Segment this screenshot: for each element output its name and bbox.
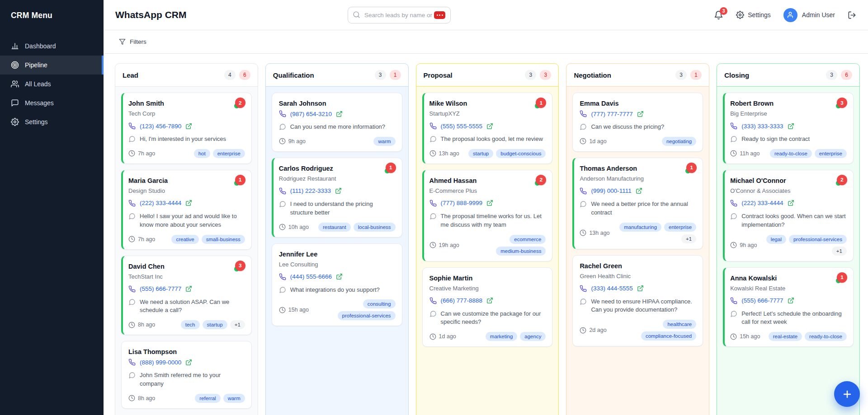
settings-button[interactable]: Settings: [736, 11, 771, 19]
column-unread-badge: 6: [841, 70, 852, 80]
lead-card[interactable]: Rachel Green Green Health Clinic (333) 4…: [572, 255, 703, 347]
lead-card[interactable]: 2 John Smith Tech Corp (123) 456-7890 Hi…: [121, 93, 252, 164]
tag: warm: [223, 394, 245, 403]
lead-card[interactable]: 2 Michael O'Connor O'Connor & Associates…: [723, 170, 854, 261]
lead-card[interactable]: 3 David Chen TechStart Inc (555) 666-777…: [121, 256, 252, 336]
sidebar-item-all-leads[interactable]: All Leads: [0, 75, 104, 93]
external-link-icon[interactable]: [335, 187, 342, 194]
phone-link[interactable]: (999) 000-1111: [591, 187, 631, 194]
tag: ready-to-close: [805, 332, 847, 341]
unread-count-badge: 3: [837, 98, 847, 108]
column-cards: 1 Mike Wilson StartupXYZ (555) 555-5555 …: [416, 87, 559, 353]
column-unread-badge: 1: [390, 70, 401, 80]
external-link-icon[interactable]: [486, 297, 493, 304]
phone-icon: [279, 187, 286, 195]
phone-link[interactable]: (333) 444-5555: [591, 285, 632, 292]
time-ago: 7h ago: [138, 236, 155, 242]
external-link-icon[interactable]: [636, 187, 642, 194]
lead-card[interactable]: 2 Ahmed Hassan E-Commerce Plus (777) 888…: [422, 170, 553, 261]
lead-card[interactable]: Lisa Thompson (888) 999-0000 John Smith …: [121, 341, 252, 409]
external-link-icon[interactable]: [788, 123, 794, 130]
column-title: Proposal: [424, 71, 453, 79]
sidebar-item-dashboard[interactable]: Dashboard: [0, 37, 104, 56]
lead-card[interactable]: Sarah Johnson (987) 654-3210 Can you sen…: [272, 93, 402, 152]
phone-link[interactable]: (222) 333-4444: [140, 200, 181, 206]
external-link-icon[interactable]: [185, 200, 192, 206]
external-link-icon[interactable]: [185, 285, 192, 292]
column-title: Qualification: [273, 71, 314, 79]
column-header: Closing 3 6: [717, 64, 859, 87]
tags: ready-to-closeenterprise: [770, 149, 847, 158]
last-message: Ready to sign the contract: [741, 135, 810, 144]
lead-card[interactable]: 1 Anna Kowalski Kowalski Real Estate (55…: [723, 267, 854, 347]
phone-link[interactable]: (555) 666-7777: [140, 285, 181, 292]
add-lead-fab[interactable]: [834, 381, 860, 407]
tag: agency: [520, 332, 546, 341]
phone-link[interactable]: (666) 777-8888: [441, 297, 482, 304]
lead-card[interactable]: 1 Mike Wilson StartupXYZ (555) 555-5555 …: [422, 93, 553, 164]
last-message: We need to ensure HIPAA compliance. Can …: [591, 298, 696, 315]
lead-card[interactable]: 3 Robert Brown Big Enterprise (333) 333-…: [723, 93, 854, 164]
lead-card[interactable]: 1 Thomas Anderson Anderson Manufacturing…: [572, 158, 703, 249]
filters-button[interactable]: Filters: [115, 36, 150, 48]
tag: consulting: [363, 299, 396, 308]
last-message: John Smith referred me to your company: [140, 371, 245, 388]
external-link-icon[interactable]: [185, 359, 192, 366]
external-link-icon[interactable]: [788, 297, 794, 304]
last-message: Can we discuss the pricing?: [591, 123, 664, 131]
lead-company: O'Connor & Associates: [730, 187, 847, 194]
tag: healthcare: [663, 320, 696, 329]
app-root: CRM Menu Dashboard Pipeline All Leads Me…: [0, 0, 868, 415]
external-link-icon[interactable]: [637, 111, 644, 117]
phone-link[interactable]: (555) 555-5555: [441, 123, 482, 130]
sidebar-item-messages[interactable]: Messages: [0, 93, 104, 112]
sidebar-item-label: Messages: [25, 99, 54, 107]
tags: manufacturingenterprise+1: [613, 223, 697, 243]
phone-link[interactable]: (777) 777-7777: [591, 111, 632, 117]
lead-card[interactable]: Jennifer Lee Lee Consulting (444) 555-66…: [272, 243, 402, 326]
phone-icon: [580, 187, 587, 195]
phone-link[interactable]: (555) 666-7777: [741, 297, 783, 304]
column-cards: 3 Robert Brown Big Enterprise (333) 333-…: [717, 87, 859, 353]
external-link-icon[interactable]: [336, 273, 343, 280]
tag: enterprise: [815, 149, 847, 158]
lead-card[interactable]: Emma Davis (777) 777-7777 Can we discuss…: [572, 93, 703, 152]
message-bubble-icon: [429, 310, 437, 317]
sidebar-item-settings[interactable]: Settings: [0, 112, 104, 131]
tag: enterprise: [213, 149, 245, 158]
tag: referral: [195, 394, 220, 403]
phone-link[interactable]: (123) 456-7890: [140, 123, 181, 130]
last-message: Contract looks good. When can we start i…: [741, 212, 847, 229]
external-link-icon[interactable]: [637, 285, 644, 292]
lead-name: Maria Garcia: [128, 177, 245, 184]
phone-link[interactable]: (333) 333-3333: [741, 123, 783, 130]
clock-icon: [279, 224, 286, 230]
notifications-button[interactable]: 3: [714, 10, 723, 20]
column-cards: Emma Davis (777) 777-7777 Can we discuss…: [566, 87, 709, 352]
external-link-icon[interactable]: [185, 123, 192, 130]
lead-card[interactable]: 1 Maria Garcia Design Studio (222) 333-4…: [121, 170, 252, 250]
tags: ecommercemedium-business: [463, 235, 546, 256]
external-link-icon[interactable]: [336, 111, 343, 117]
lead-card[interactable]: 1 Carlos Rodriguez Rodriguez Restaurant …: [272, 158, 402, 238]
lead-card[interactable]: Sophie Martin Creative Marketing (666) 7…: [422, 267, 553, 347]
phone-link[interactable]: (987) 654-3210: [290, 111, 332, 117]
phone-link[interactable]: (777) 888-9999: [441, 200, 482, 206]
sidebar-item-pipeline[interactable]: Pipeline: [0, 56, 104, 75]
time-ago: 7h ago: [138, 150, 155, 157]
time-ago: 1d ago: [439, 333, 456, 340]
page-title: WhatsApp CRM: [115, 9, 186, 20]
phone-icon: [730, 297, 737, 304]
phone-link[interactable]: (444) 555-6666: [290, 273, 332, 280]
user-menu[interactable]: Admin User: [783, 8, 835, 22]
phone-link[interactable]: (888) 999-0000: [140, 359, 181, 366]
gear-icon: [11, 118, 19, 126]
lead-company: Green Health Clinic: [580, 273, 696, 280]
external-link-icon[interactable]: [486, 123, 493, 130]
external-link-icon[interactable]: [788, 200, 794, 206]
phone-link[interactable]: (222) 333-4444: [741, 200, 783, 206]
logout-button[interactable]: [848, 11, 856, 19]
phone-link[interactable]: (111) 222-3333: [290, 187, 331, 194]
external-link-icon[interactable]: [486, 200, 493, 206]
clock-icon: [128, 150, 135, 157]
